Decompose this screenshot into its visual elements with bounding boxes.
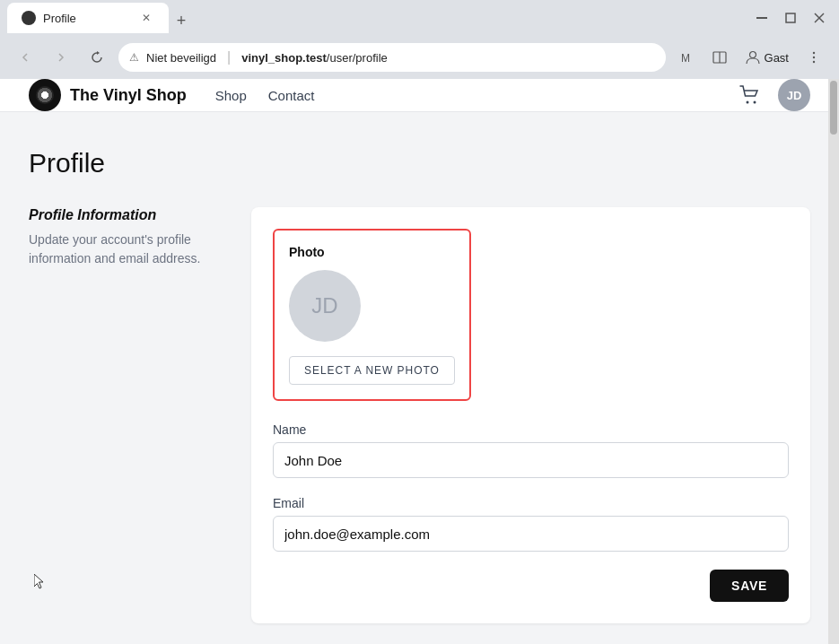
reload-button[interactable]	[83, 43, 111, 72]
scrollbar[interactable]	[828, 79, 839, 644]
profile-info-description: Update your account's profile informatio…	[29, 231, 208, 268]
browser-profile-button[interactable]: Gast	[738, 43, 796, 72]
address-bar: ⚠ Niet beveiligd | vinyl_shop.test/user/…	[0, 36, 839, 79]
translate-button[interactable]: M	[673, 43, 702, 72]
main-content: Profile Profile Information Update your …	[0, 112, 839, 644]
back-button[interactable]	[11, 43, 39, 72]
svg-point-12	[754, 101, 756, 104]
menu-button[interactable]	[800, 43, 828, 72]
site-nav-actions: JD	[735, 79, 810, 111]
tab-close-button[interactable]: ✕	[138, 10, 154, 26]
tab-favicon	[22, 11, 36, 25]
svg-point-10	[813, 61, 815, 63]
select-photo-button[interactable]: SELECT A NEW PHOTO	[289, 356, 455, 385]
address-domain: vinyl_shop.test/user/profile	[241, 51, 388, 65]
page-content: The Vinyl Shop Shop Contact JD Profile P…	[0, 79, 839, 644]
security-icon: ⚠	[129, 51, 139, 64]
svg-point-8	[813, 52, 815, 54]
address-separator: |	[227, 49, 231, 65]
svg-point-9	[813, 57, 815, 58]
active-tab[interactable]: Profile ✕	[7, 3, 169, 33]
svg-text:M: M	[681, 52, 690, 65]
maximize-button[interactable]	[778, 5, 803, 30]
save-button[interactable]: SAVE	[710, 570, 789, 602]
minimize-button[interactable]	[749, 5, 774, 30]
scrollbar-thumb[interactable]	[830, 81, 837, 135]
forward-button[interactable]	[47, 43, 75, 72]
address-input[interactable]: ⚠ Niet beveiligd | vinyl_shop.test/user/…	[118, 43, 666, 72]
browser-actions: M Gast	[673, 43, 828, 72]
cart-button[interactable]	[735, 81, 764, 109]
svg-rect-0	[756, 17, 767, 19]
svg-point-11	[747, 101, 749, 104]
site-name: The Vinyl Shop	[70, 86, 187, 105]
name-label: Name	[273, 422, 789, 437]
page-title: Profile	[29, 148, 810, 178]
form-actions: SAVE	[273, 570, 789, 602]
tab-bar: Profile ✕ +	[7, 3, 742, 33]
security-label: Niet beveiligd	[146, 51, 216, 65]
split-screen-button[interactable]	[705, 43, 734, 72]
site-logo[interactable]: The Vinyl Shop	[29, 79, 187, 111]
name-input[interactable]	[273, 442, 789, 478]
user-avatar[interactable]: JD	[778, 79, 810, 111]
browser-profile-label: Gast	[765, 51, 789, 65]
profile-info-title: Profile Information	[29, 207, 208, 223]
site-navbar: The Vinyl Shop Shop Contact JD	[0, 79, 839, 112]
photo-section: Photo JD SELECT A NEW PHOTO	[273, 229, 471, 401]
new-tab-button[interactable]: +	[169, 8, 194, 33]
site-nav: Shop Contact	[215, 88, 315, 103]
svg-point-7	[749, 52, 756, 58]
profile-layout: Profile Information Update your account'…	[29, 207, 810, 623]
photo-label: Photo	[289, 245, 455, 259]
close-button[interactable]	[807, 5, 832, 30]
email-input[interactable]	[273, 516, 789, 552]
name-field: Name	[273, 422, 789, 478]
logo-icon	[29, 79, 61, 111]
profile-info-section: Profile Information Update your account'…	[29, 207, 208, 623]
vinyl-icon	[36, 86, 54, 104]
nav-contact[interactable]: Contact	[268, 88, 315, 103]
photo-avatar: JD	[289, 270, 361, 342]
window-controls	[749, 5, 832, 30]
svg-rect-1	[786, 13, 795, 22]
title-bar: Profile ✕ +	[0, 0, 839, 36]
nav-shop[interactable]: Shop	[215, 88, 247, 103]
email-field-container: Email	[273, 496, 789, 552]
profile-form: Photo JD SELECT A NEW PHOTO Name Email	[251, 207, 810, 623]
tab-title: Profile	[43, 12, 131, 25]
email-label: Email	[273, 496, 789, 510]
